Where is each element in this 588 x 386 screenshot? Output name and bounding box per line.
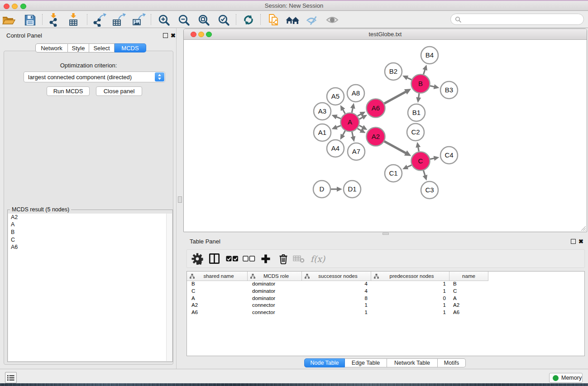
mcds-result-item[interactable]: C <box>8 236 172 244</box>
delete-column-icon[interactable] <box>291 250 306 267</box>
hide-selected-icon[interactable] <box>305 13 320 27</box>
column-header-shared-name[interactable]: shared name <box>187 272 248 281</box>
import-network-icon[interactable] <box>46 13 61 27</box>
table-cell: 1 <box>371 310 449 317</box>
table-cell: A <box>449 295 488 303</box>
float-panel-icon[interactable] <box>163 33 168 38</box>
graph-node-label: B <box>418 80 423 87</box>
graph-node-label: C3 <box>425 186 434 194</box>
table-cell: dominator <box>248 295 302 303</box>
graph-node-label: C <box>418 157 423 165</box>
network-window-titlebar: testGlobe.txt <box>184 29 587 40</box>
zoom-selected-icon[interactable] <box>216 13 231 27</box>
table-panel: Table Panel ✖ f(x) shared nameMCDS roles… <box>183 235 588 369</box>
column-browser-icon[interactable] <box>206 250 222 267</box>
tab-network-table[interactable]: Network Table <box>387 358 438 367</box>
column-header-MCDS-role[interactable]: MCDS role <box>248 272 302 281</box>
refresh-icon[interactable] <box>241 13 256 27</box>
table-row[interactable]: Adominator80A <box>187 295 584 303</box>
float-panel-icon[interactable] <box>571 239 576 244</box>
main-toolbar <box>0 11 588 28</box>
export-network-icon[interactable] <box>92 13 107 27</box>
table-cell: A2 <box>449 302 488 310</box>
table-cell: C <box>187 288 248 295</box>
mcds-result-item[interactable]: A6 <box>8 244 172 252</box>
table-row[interactable]: A2connector11A2 <box>187 302 584 310</box>
search-icon <box>455 16 461 23</box>
table-cell: B <box>187 281 248 288</box>
graph-node-label: C1 <box>389 169 397 177</box>
graph-edge-A6-B[interactable] <box>384 91 406 104</box>
control-panel-tabs: NetworkStyleSelectMCDS <box>35 43 146 52</box>
tab-mcds[interactable]: MCDS <box>115 43 146 52</box>
memory-button[interactable]: Memory <box>549 373 583 383</box>
mcds-result-item[interactable]: A <box>8 221 172 229</box>
mcds-result-list: A2ABCA6 <box>8 214 172 361</box>
task-history-button[interactable] <box>5 372 17 383</box>
table-row[interactable]: Cdominator41C <box>187 288 584 295</box>
close-panel-icon[interactable]: ✖ <box>171 33 176 38</box>
table-cell: dominator <box>248 281 302 288</box>
graph-node-label: B1 <box>412 109 421 116</box>
column-header-successor-nodes[interactable]: successor nodes <box>302 272 371 281</box>
copy-network-icon[interactable] <box>266 13 282 27</box>
deselect-all-icon[interactable] <box>241 250 257 267</box>
window-resize-grip[interactable] <box>580 225 586 231</box>
tab-select[interactable]: Select <box>89 43 115 52</box>
mcds-result-item[interactable]: A2 <box>8 214 172 221</box>
toolbar-separator <box>260 14 261 25</box>
vertical-splitter-handle[interactable] <box>178 196 182 203</box>
zoom-out-icon[interactable] <box>176 13 191 27</box>
add-icon[interactable] <box>258 250 273 267</box>
close-panel-button[interactable]: Close panel <box>96 86 142 96</box>
save-session-icon[interactable] <box>22 13 38 27</box>
network-view-window: testGlobe.txt B4B2BB3A5A8A6B1A3AC2A1A2A4… <box>183 29 587 232</box>
table-row[interactable]: Bdominator41B <box>187 281 584 288</box>
graph-arrowhead <box>416 142 421 148</box>
run-mcds-button[interactable]: Run MCDS <box>47 86 90 96</box>
scrollbar-track[interactable] <box>166 214 172 361</box>
graph-edge-C-C3[interactable] <box>423 171 425 176</box>
home-icon[interactable] <box>285 13 300 27</box>
graph-arrowhead <box>416 97 421 103</box>
table-cell: 4 <box>302 288 371 295</box>
desktop-wallpaper-strip <box>0 383 588 386</box>
graph-node-label: A <box>348 118 352 126</box>
zoom-fit-icon[interactable] <box>196 13 211 27</box>
graph-arrowhead <box>422 65 427 71</box>
import-table-icon[interactable] <box>66 13 81 27</box>
column-header-name[interactable]: name <box>449 272 488 281</box>
network-graph-canvas[interactable]: B4B2BB3A5A8A6B1A3AC2A1A2A4A7C4CC1C3DD1 <box>184 40 587 232</box>
column-header-predecessor-nodes[interactable]: predecessor nodes <box>371 272 449 281</box>
graph-arrowhead <box>337 187 342 192</box>
gear-icon[interactable] <box>190 250 205 267</box>
table-cell: B <box>449 281 488 288</box>
search-input[interactable] <box>450 14 584 25</box>
tab-network[interactable]: Network <box>35 43 68 52</box>
network-window-title: testGlobe.txt <box>184 31 587 38</box>
tab-edge-table[interactable]: Edge Table <box>345 358 387 367</box>
export-table-icon[interactable] <box>111 13 127 27</box>
delete-icon[interactable] <box>276 250 291 267</box>
table-cell: 0 <box>371 295 449 303</box>
select-all-icon[interactable] <box>225 250 240 267</box>
status-bar: Memory <box>0 369 588 383</box>
mcds-result-item[interactable]: B <box>8 229 172 236</box>
horizontal-splitter-handle[interactable] <box>382 233 389 235</box>
open-file-icon[interactable] <box>1 13 16 27</box>
table-row[interactable]: A6connector11A6 <box>187 310 584 317</box>
tab-style[interactable]: Style <box>68 43 89 52</box>
graph-arrowhead <box>350 136 355 142</box>
dropdown-stepper-icon <box>155 72 164 81</box>
tab-node-table[interactable]: Node Table <box>304 358 345 367</box>
show-all-icon[interactable] <box>325 13 340 27</box>
criterion-dropdown[interactable]: largest connected component (directed) <box>24 71 165 82</box>
graph-edge-A2-C[interactable] <box>384 141 406 153</box>
control-panel: Control Panel ✖ NetworkStyleSelectMCDS O… <box>0 28 177 369</box>
export-image-icon[interactable] <box>131 13 147 27</box>
close-panel-icon[interactable]: ✖ <box>578 239 583 244</box>
tab-motifs[interactable]: Motifs <box>438 358 466 367</box>
fx-icon[interactable]: f(x) <box>310 250 325 267</box>
optimization-criterion-label: Optimization criterion: <box>4 62 173 69</box>
zoom-in-icon[interactable] <box>156 13 172 27</box>
